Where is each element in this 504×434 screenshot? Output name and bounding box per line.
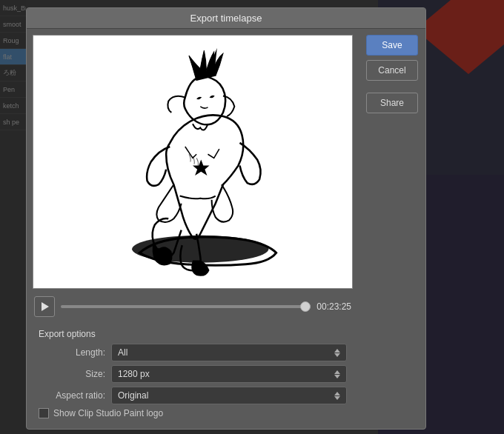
show-logo-row: Show Clip Studio Paint logo [39,408,347,418]
arrow-up-icon [334,349,340,353]
save-button[interactable]: Save [366,35,418,56]
show-logo-label: Show Clip Studio Paint logo [53,408,163,418]
export-options-title: Export options [39,329,347,339]
size-label: Size: [39,369,105,379]
buttons-panel: Save Cancel Share [359,29,425,429]
aspect-ratio-value: Original [118,390,148,401]
length-arrows [334,349,340,357]
timeline-thumb [300,301,311,312]
dialog-title: Export timelapse [190,13,262,24]
share-button[interactable]: Share [366,93,418,113]
aspect-ratio-arrows [334,392,340,400]
cancel-button[interactable]: Cancel [366,60,418,81]
timeline-track [61,305,311,308]
length-value: All [118,347,127,358]
arrow-up-icon [334,370,340,374]
timeline-slider[interactable] [61,299,311,314]
dialog-body: 00:23:25 Export options Length: All [27,29,425,429]
arrow-down-icon [334,396,340,400]
artwork-svg [33,36,352,288]
size-row: Size: 1280 px [39,365,347,383]
timeline-controls: 00:23:25 [33,293,353,320]
preview-canvas [33,35,353,289]
aspect-ratio-select[interactable]: Original [111,387,347,404]
size-arrows [334,370,340,378]
export-dialog: Export timelapse [26,7,426,430]
size-select[interactable]: 1280 px [111,365,347,383]
export-options-section: Export options Length: All Size: [33,324,353,423]
size-value: 1280 px [118,369,150,379]
arrow-down-icon [334,375,340,378]
arrow-down-icon [334,353,340,357]
play-icon [42,302,49,311]
arrow-up-icon [334,392,340,395]
play-button[interactable] [34,296,55,317]
aspect-ratio-label: Aspect ratio: [39,390,105,401]
length-label: Length: [39,347,105,358]
dialog-titlebar: Export timelapse [27,8,425,29]
show-logo-checkbox[interactable] [39,408,49,418]
length-row: Length: All [39,344,347,361]
timeline-time: 00:23:25 [316,301,351,312]
length-select[interactable]: All [111,344,347,361]
preview-area: 00:23:25 Export options Length: All [27,29,359,429]
aspect-ratio-row: Aspect ratio: Original [39,387,347,404]
